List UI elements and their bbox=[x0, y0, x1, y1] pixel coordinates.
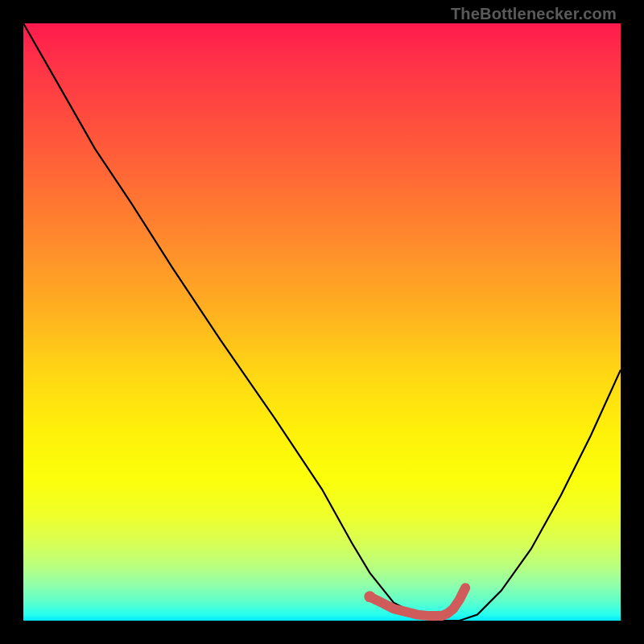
optimal-dot bbox=[364, 591, 375, 602]
bottleneck-curve bbox=[23, 23, 621, 621]
attribution-label: TheBottlenecker.com bbox=[451, 5, 617, 23]
chart-overlay bbox=[23, 23, 621, 621]
